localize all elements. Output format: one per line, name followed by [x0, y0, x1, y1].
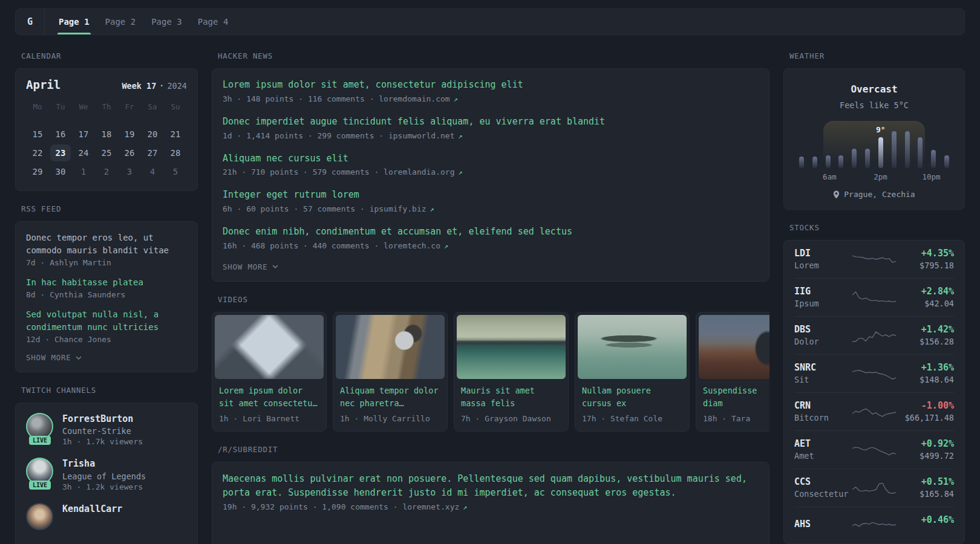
stocks-card: LDI Lorem +4.35% $795.18 IIG Ipsum +2.84…: [783, 240, 965, 544]
videos-scroller[interactable]: Lorem ipsum dolor sit amet consectetu… 1…: [212, 312, 769, 432]
stock-row[interactable]: CCS Consectetur +0.51% $165.84: [794, 468, 954, 507]
stock-row[interactable]: AHS +0.46%: [794, 507, 954, 543]
subreddit-card: Maecenas mollis pulvinar erat non posuer…: [212, 462, 769, 544]
video-thumbnail[interactable]: [215, 315, 324, 379]
external-link-arrow-icon[interactable]: ↗: [454, 95, 458, 103]
channel-category: League of Legends: [62, 471, 146, 481]
video-title[interactable]: Nullam posuere cursus ex: [575, 384, 689, 410]
video-meta: 1h · Molly Carrillo: [333, 414, 447, 423]
video-card[interactable]: Lorem ipsum dolor sit amet consectetu… 1…: [212, 312, 327, 432]
video-thumbnail[interactable]: [578, 315, 687, 379]
video-title[interactable]: Mauris sit amet massa felis: [454, 384, 568, 410]
logo[interactable]: G: [16, 9, 45, 34]
channel-info: ForrestBurton Counter-Strike 1h · 1.7k v…: [62, 413, 143, 446]
twitch-channel[interactable]: LIVE ForrestBurton Counter-Strike 1h · 1…: [26, 413, 187, 446]
stock-row[interactable]: CRN Bitcorn -1.00% $66,171.48: [794, 392, 954, 430]
video-card[interactable]: Suspendisse diam 18h · Tara: [696, 312, 769, 432]
stock-sparkline: [852, 403, 896, 421]
stock-info: DBS Dolor: [794, 324, 849, 346]
calendar-section-label: CALENDAR: [21, 51, 198, 60]
video-title[interactable]: Suspendisse diam: [696, 384, 769, 410]
stock-sparkline: [852, 479, 896, 497]
video-title-line2: massa felis: [461, 397, 561, 410]
nav-tab[interactable]: Page 3: [143, 9, 190, 34]
stock-symbol: IIG: [794, 286, 849, 297]
twitch-channel[interactable]: KendallCarr: [26, 503, 187, 530]
stock-change: +1.42%: [900, 324, 954, 335]
calendar-week: Week 17: [122, 81, 156, 91]
show-more-button[interactable]: SHOW MORE: [223, 262, 759, 271]
calendar-day-number: 21: [165, 126, 186, 143]
video-thumbnail[interactable]: [457, 315, 566, 379]
rss-item: Sed volutpat nulla nisl, a condimentum n…: [26, 308, 187, 344]
stock-symbol: AHS: [794, 519, 849, 529]
channel-meta: 3h · 1.2k viewers: [62, 482, 146, 491]
external-link-arrow-icon[interactable]: ↗: [463, 503, 467, 511]
video-thumbnail[interactable]: [699, 315, 769, 379]
stock-values: -1.00% $66,171.48: [900, 400, 954, 423]
hn-item: Integer eget rutrum lorem 6h · 60 points…: [223, 189, 759, 213]
video-card[interactable]: Mauris sit amet massa felis 7h · Grayson…: [454, 312, 569, 432]
calendar-day: 15: [26, 125, 49, 143]
stock-price: $66,171.48: [900, 413, 954, 423]
stock-symbol: CCS: [794, 476, 849, 487]
video-title-line2: cursus ex: [582, 397, 682, 410]
video-meta: 17h · Stefan Cole: [575, 414, 689, 423]
nav-tab[interactable]: Page 2: [97, 9, 144, 34]
channel-meta: 1h · 1.7k viewers: [62, 437, 143, 446]
nav-tab-label: Page 3: [151, 17, 182, 27]
nav-tab[interactable]: Page 4: [190, 9, 237, 34]
rss-card: Donec tempor eros leo, ut commodo mauris…: [15, 221, 198, 372]
stock-row[interactable]: LDI Lorem +4.35% $795.18: [794, 241, 954, 278]
channel-info: Trisha League of Legends 3h · 1.2k viewe…: [62, 458, 146, 491]
video-title[interactable]: Aliquam tempor dolor nec pharetra…: [333, 384, 447, 410]
hour-labels: 6am2pm10pm: [798, 172, 950, 181]
twitch-channel[interactable]: LIVE Trisha League of Legends 3h · 1.2k …: [26, 458, 187, 491]
hn-item-title[interactable]: Lorem ipsum dolor sit amet, consectetur …: [223, 79, 759, 92]
stock-symbol: SNRC: [794, 362, 849, 373]
stock-row[interactable]: IIG Ipsum +2.84% $42.04: [794, 278, 954, 316]
rss-item-title[interactable]: In hac habitasse platea: [26, 276, 187, 289]
stock-row[interactable]: SNRC Sit +1.36% $148.64: [794, 354, 954, 392]
hn-item-title[interactable]: Aliquam nec cursus elit: [223, 152, 759, 166]
weather-bar: [865, 149, 870, 168]
avatar: [26, 503, 53, 530]
hackernews-card: Lorem ipsum dolor sit amet, consectetur …: [212, 68, 769, 282]
weather-bar: [918, 137, 923, 168]
calendar-widget: CALENDAR April Week 17·2024 MoTuWeThFrSa…: [15, 51, 198, 191]
hn-item-title[interactable]: Integer eget rutrum lorem: [223, 189, 759, 202]
stock-values: +1.36% $148.64: [900, 362, 954, 384]
hackernews-widget: HACKER NEWS Lorem ipsum dolor sit amet, …: [212, 51, 769, 282]
hn-item-title[interactable]: Donec imperdiet augue tincidunt felis al…: [223, 115, 759, 129]
stock-sparkline: [852, 250, 896, 268]
post-meta: 19h · 9,932 points · 1,090 comments · lo…: [223, 502, 759, 511]
rss-item-title[interactable]: Donec tempor eros leo, ut commodo mauris…: [26, 232, 187, 257]
stock-info: IIG Ipsum: [794, 286, 849, 308]
video-thumbnail[interactable]: [336, 315, 445, 379]
stock-row[interactable]: AET Amet +0.92% $499.72: [794, 430, 954, 468]
stock-change: -1.00%: [900, 400, 954, 411]
twitch-section-label: TWITCH CHANNELS: [21, 386, 198, 395]
stock-row[interactable]: DBS Dolor +1.42% $156.28: [794, 316, 954, 354]
nav-tab[interactable]: Page 1: [51, 9, 97, 34]
external-link-arrow-icon[interactable]: ↗: [444, 242, 448, 250]
calendar-day-number: 23: [50, 144, 71, 161]
external-link-arrow-icon[interactable]: ↗: [430, 205, 434, 213]
external-link-arrow-icon[interactable]: ↗: [459, 168, 463, 176]
hn-item-meta: 6h · 60 points · 57 comments · ipsumify.…: [223, 204, 759, 213]
stock-price: $795.18: [900, 261, 954, 270]
post-title[interactable]: Maecenas mollis pulvinar erat non posuer…: [223, 472, 759, 500]
stock-info: LDI Lorem: [794, 248, 849, 270]
show-more-button[interactable]: SHOW MORE: [26, 353, 187, 362]
rss-item-title[interactable]: Sed volutpat nulla nisl, a condimentum n…: [26, 308, 187, 334]
calendar-day-number: 29: [27, 163, 48, 180]
hn-item-title[interactable]: Donec enim nibh, condimentum et accumsan…: [223, 225, 759, 239]
external-link-arrow-icon[interactable]: ↗: [459, 132, 463, 140]
calendar-day: 20: [141, 125, 164, 143]
video-card[interactable]: Nullam posuere cursus ex 17h · Stefan Co…: [575, 312, 690, 432]
video-title[interactable]: Lorem ipsum dolor sit amet consectetu…: [212, 384, 326, 410]
video-card[interactable]: Aliquam tempor dolor nec pharetra… 1h · …: [333, 312, 448, 432]
video-meta: 7h · Grayson Dawson: [454, 414, 568, 423]
hn-meta-text: 6h · 60 points · 57 comments · ipsumify.…: [223, 204, 426, 213]
calendar-day: 2: [95, 162, 118, 181]
